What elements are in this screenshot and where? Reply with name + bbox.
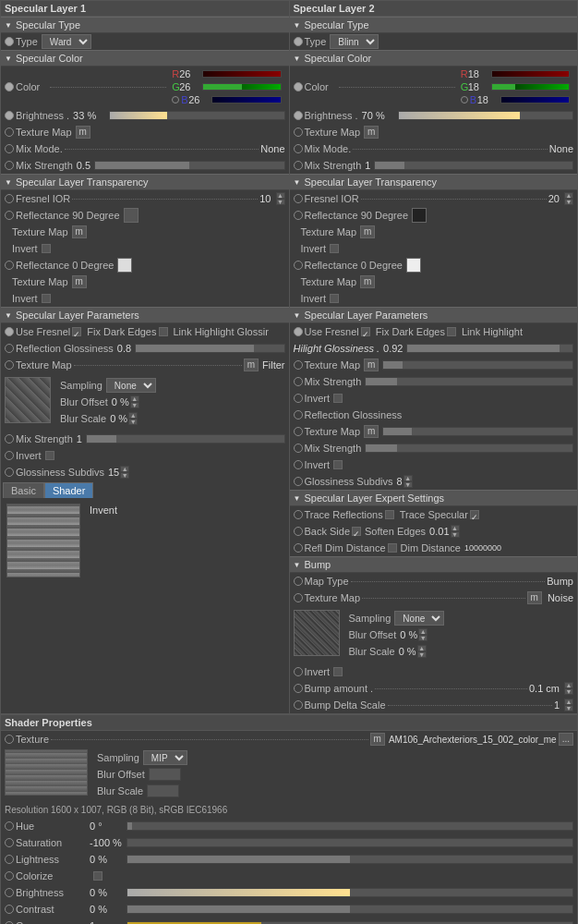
shader-blur-offset-input[interactable] <box>149 768 181 781</box>
layer2-refl0-color[interactable] <box>406 258 421 273</box>
layer1-color-radio[interactable] <box>5 82 14 91</box>
bump-maptype-radio[interactable] <box>294 577 303 586</box>
layer2-brightness-radio[interactable] <box>294 111 303 120</box>
hue-radio[interactable] <box>5 821 14 831</box>
layer2-refl90-radio[interactable] <box>294 211 303 220</box>
layer1-texmap-param-radio[interactable] <box>5 360 14 370</box>
layer2-invert2-radio[interactable] <box>294 460 303 469</box>
layer1-b-slider[interactable] <box>211 96 281 103</box>
layer1-reflgloss-radio[interactable] <box>5 344 14 353</box>
layer1-brightness-slider[interactable] <box>109 111 284 120</box>
layer2-glosssubdivs-radio[interactable] <box>294 477 303 486</box>
layer2-fresnel-radio[interactable] <box>294 194 303 203</box>
bump-amount-radio[interactable] <box>294 684 303 693</box>
colorize-check[interactable] <box>93 871 102 881</box>
layer2-trace-spec-check[interactable] <box>470 510 479 519</box>
layer2-mixstrength-slider[interactable] <box>374 161 573 170</box>
layer2-fresnel-down[interactable]: ▼ <box>564 199 573 205</box>
bump-blur-scale-down[interactable]: ▼ <box>417 651 427 658</box>
layer1-type-radio[interactable] <box>5 37 14 46</box>
shader-sampling-dropdown[interactable]: MIP <box>143 750 187 765</box>
layer2-fresnel-up[interactable]: ▲ <box>564 192 573 199</box>
contrast-slider[interactable] <box>126 905 573 914</box>
layer2-usefresnel-radio[interactable] <box>294 327 303 336</box>
layer1-invert2-check[interactable] <box>45 451 54 460</box>
layer2-g-slider[interactable] <box>491 83 570 91</box>
layer2-type-dropdown[interactable]: Blinn <box>330 34 379 49</box>
brightness-adj-radio[interactable] <box>5 888 14 897</box>
layer2-refl-dim-radio[interactable] <box>294 543 303 553</box>
lightness-slider[interactable] <box>126 855 573 864</box>
brightness-adj-slider[interactable] <box>126 888 573 897</box>
gloss-subdivs-up[interactable]: ▲ <box>120 466 129 472</box>
bump-delta-up[interactable]: ▲ <box>564 699 573 705</box>
layer2-refl90-color[interactable] <box>412 208 427 223</box>
layer1-invert2-radio[interactable] <box>5 451 14 460</box>
layer1-refl0-tex-btn[interactable]: m <box>72 275 87 288</box>
layer1-usefresnel-check[interactable] <box>72 327 81 336</box>
layer2-tex-radio[interactable] <box>294 128 303 137</box>
layer1-fixdark-check[interactable] <box>159 327 168 336</box>
blur-offset-down[interactable]: ▼ <box>130 402 139 408</box>
bump-invert-radio[interactable] <box>294 667 303 676</box>
layer1-invert-check[interactable] <box>42 244 51 253</box>
blur-offset-up[interactable]: ▲ <box>130 395 139 402</box>
bump-texmap-btn[interactable]: m <box>527 591 542 604</box>
layer2-refl0-radio[interactable] <box>294 261 303 270</box>
tab-basic[interactable]: Basic <box>3 482 44 498</box>
layer2-mix-radio[interactable] <box>294 144 303 153</box>
layer1-sampling-dropdown[interactable]: None <box>106 378 156 393</box>
layer1-mixstrength-slider[interactable] <box>94 161 284 170</box>
fresnel-down[interactable]: ▼ <box>276 199 285 205</box>
layer2-refl0-tex-btn[interactable]: m <box>360 275 375 288</box>
layer1-refl0-color[interactable] <box>117 258 132 273</box>
layer1-r-slider[interactable] <box>202 70 281 78</box>
layer1-fresnel-radio[interactable] <box>5 194 14 203</box>
layer2-hilightgloss-slider[interactable] <box>406 344 573 353</box>
layer2-invert-param-radio[interactable] <box>294 394 303 403</box>
shader-texture-more-btn[interactable]: ... <box>559 733 573 746</box>
layer2-texmap-param-radio[interactable] <box>294 360 303 370</box>
layer2-gloss-up[interactable]: ▲ <box>403 475 413 481</box>
hue-slider[interactable] <box>126 821 573 831</box>
layer2-b-slider[interactable] <box>500 96 570 103</box>
layer2-tex-btn[interactable]: m <box>364 126 379 139</box>
blur-scale-down[interactable]: ▼ <box>128 419 138 425</box>
bump-texmap-radio[interactable] <box>294 593 303 602</box>
colorize-radio[interactable] <box>5 871 14 881</box>
layer1-refl0-radio[interactable] <box>5 261 14 270</box>
bump-amount-up[interactable]: ▲ <box>564 682 573 688</box>
shader-texture-radio[interactable] <box>5 735 14 744</box>
bump-amount-down[interactable]: ▼ <box>564 688 573 695</box>
layer2-texmap-param-btn[interactable]: m <box>364 359 379 371</box>
layer2-trace-refl-radio[interactable] <box>294 510 303 519</box>
layer1-type-dropdown[interactable]: Ward <box>42 34 91 49</box>
tab-shader[interactable]: Shader <box>44 482 93 498</box>
layer2-mixstrength-param-slider[interactable] <box>365 377 573 386</box>
layer1-invert0-check[interactable] <box>42 294 51 303</box>
lightness-radio[interactable] <box>5 855 14 864</box>
layer2-texmap2-radio[interactable] <box>294 427 303 436</box>
fresnel-up[interactable]: ▲ <box>276 192 285 199</box>
bump-blur-offset-down[interactable]: ▼ <box>418 635 427 641</box>
layer2-brightness-slider[interactable] <box>398 111 573 120</box>
bump-blur-offset-up[interactable]: ▲ <box>418 628 427 635</box>
layer1-refl90-color[interactable] <box>124 208 138 223</box>
layer2-fixdark-check[interactable] <box>447 327 456 336</box>
layer1-tex-btn[interactable]: m <box>76 126 90 139</box>
layer1-mixstrength2-slider[interactable] <box>86 434 285 444</box>
layer1-brightness-radio[interactable] <box>5 111 14 120</box>
layer2-invert-param-check[interactable] <box>333 394 343 403</box>
layer1-refl90-tex-btn[interactable]: m <box>72 225 87 238</box>
layer2-type-radio[interactable] <box>294 37 303 46</box>
bump-sampling-dropdown[interactable]: None <box>394 611 444 626</box>
bump-blur-scale-up[interactable]: ▲ <box>417 645 427 651</box>
bump-invert-check[interactable] <box>333 667 343 676</box>
layer1-glosssubdivs-radio[interactable] <box>5 468 14 477</box>
layer2-mixs2-radio[interactable] <box>294 444 303 453</box>
shader-texture-btn[interactable]: m <box>370 733 385 746</box>
layer2-backside-radio[interactable] <box>294 527 303 536</box>
layer1-texmap-param-btn[interactable]: m <box>244 359 259 371</box>
layer2-r-slider[interactable] <box>491 70 570 78</box>
layer2-trace-refl-check[interactable] <box>385 510 394 519</box>
